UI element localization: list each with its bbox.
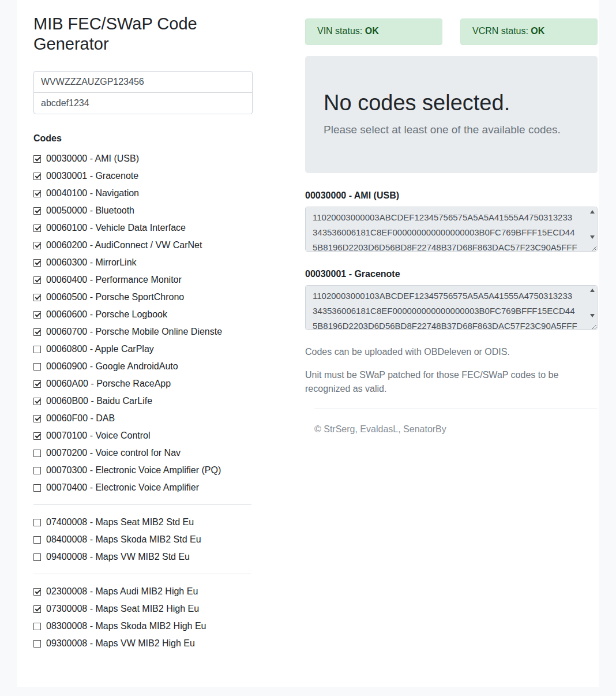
code-checkbox[interactable]: [33, 207, 41, 215]
code-checkbox[interactable]: [33, 328, 41, 336]
code-label: 07400008 - Maps Seat MIB2 Std Eu: [46, 515, 194, 529]
code-label: 00060F00 - DAB: [46, 411, 115, 425]
note-patch: Unit must be SWaP patched for those FEC/…: [305, 368, 570, 396]
code-label: 00070100 - Voice Control: [46, 429, 151, 443]
code-label: 00060500 - Porsche SportChrono: [46, 290, 184, 304]
code-checkbox-row[interactable]: 09400008 - Maps VW MIB2 Std Eu: [33, 550, 253, 564]
code-checkbox[interactable]: [33, 415, 41, 422]
code-checkbox[interactable]: [33, 588, 41, 596]
code-checkbox-row[interactable]: 07400008 - Maps Seat MIB2 Std Eu: [33, 515, 253, 529]
code-label: 09300008 - Maps VW MIB2 High Eu: [46, 637, 195, 650]
scroll-down-icon[interactable]: [590, 235, 595, 239]
vin-status-value: OK: [365, 26, 379, 36]
code-checkbox-row[interactable]: 00060100 - Vehicle Data Interface: [33, 221, 253, 235]
output-section-ami: 00030000 - AMI (USB) 11020003000003ABCDE…: [305, 190, 598, 252]
code-checkbox[interactable]: [33, 259, 41, 267]
code-label: 00060100 - Vehicle Data Interface: [46, 221, 186, 235]
left-column: MIB FEC/SWaP Code Generator Codes 000300…: [33, 14, 253, 654]
scroll-up-icon[interactable]: [590, 210, 595, 214]
code-checkbox-row[interactable]: 00070300 - Electronic Voice Amplifier (P…: [33, 463, 253, 477]
codes-group-divider: [33, 574, 251, 574]
output-heading-gracenote: 00030001 - Gracenote: [305, 269, 598, 279]
code-checkbox-row[interactable]: 09300008 - Maps VW MIB2 High Eu: [33, 637, 253, 650]
code-checkbox[interactable]: [33, 276, 41, 284]
code-label: 00060900 - Google AndroidAuto: [46, 360, 178, 373]
vehicle-inputs: [33, 71, 253, 114]
code-checkbox[interactable]: [33, 346, 41, 353]
code-label: 00060600 - Porsche Logbook: [46, 308, 167, 321]
output-code-textarea-gracenote[interactable]: 11020003000103ABCDEF12345756575A5A5A4155…: [305, 285, 598, 330]
code-checkbox-row[interactable]: 02300008 - Maps Audi MIB2 High Eu: [33, 585, 253, 598]
vcrn-status-label: VCRN status:: [472, 26, 531, 36]
code-checkbox-row[interactable]: 00070200 - Voice control for Nav: [33, 446, 253, 460]
code-checkbox-row[interactable]: 08400008 - Maps Skoda MIB2 Std Eu: [33, 533, 253, 547]
code-checkbox-row[interactable]: 00060400 - Performance Monitor: [33, 273, 253, 287]
code-checkbox-row[interactable]: 00060B00 - Baidu CarLife: [33, 394, 253, 408]
output-code-textarea-ami[interactable]: 11020003000003ABCDEF12345756575A5A5A4155…: [305, 207, 598, 252]
code-checkbox-row[interactable]: 07300008 - Maps Seat MIB2 High Eu: [33, 602, 253, 616]
code-checkbox[interactable]: [33, 311, 41, 319]
code-checkbox[interactable]: [33, 190, 41, 197]
vin-status-badge: VIN status: OK: [305, 18, 442, 45]
code-checkbox[interactable]: [33, 363, 41, 371]
code-checkbox-row[interactable]: 00060A00 - Porsche RaceApp: [33, 377, 253, 391]
code-checkbox[interactable]: [33, 467, 41, 474]
code-label: 00030000 - AMI (USB): [46, 152, 139, 166]
code-checkbox[interactable]: [33, 623, 41, 630]
code-checkbox-row[interactable]: 00060300 - MirrorLink: [33, 256, 253, 270]
code-checkbox-row[interactable]: 00060F00 - DAB: [33, 411, 253, 425]
code-checkbox-row[interactable]: 00060900 - Google AndroidAuto: [33, 360, 253, 373]
scroll-down-icon[interactable]: [590, 314, 595, 317]
code-checkbox[interactable]: [33, 450, 41, 457]
scroll-up-icon[interactable]: [590, 289, 595, 292]
code-label: 00040100 - Navigation: [46, 186, 139, 200]
vin-input[interactable]: [33, 71, 253, 93]
code-checkbox[interactable]: [33, 398, 41, 405]
code-checkbox-row[interactable]: 00030000 - AMI (USB): [33, 152, 253, 166]
code-checkbox[interactable]: [33, 224, 41, 232]
output-textarea-wrap: 11020003000003ABCDEF12345756575A5A5A4155…: [305, 207, 598, 252]
code-checkbox-row[interactable]: 00030001 - Gracenote: [33, 169, 253, 183]
code-label: 08300008 - Maps Skoda MIB2 High Eu: [46, 619, 206, 633]
vcrn-status-badge: VCRN status: OK: [460, 18, 598, 45]
code-checkbox-row[interactable]: 00060200 - AudiConnect / VW CarNet: [33, 238, 253, 252]
no-codes-subtitle: Please select at least one of the availa…: [324, 124, 579, 136]
code-checkbox[interactable]: [33, 519, 41, 526]
code-label: 00060800 - Apple CarPlay: [46, 342, 154, 356]
codes-checkbox-list: 00030000 - AMI (USB)00030001 - Gracenote…: [33, 152, 253, 650]
code-checkbox[interactable]: [33, 380, 41, 388]
code-checkbox-row[interactable]: 00070400 - Electronic Voice Amplifier: [33, 481, 253, 495]
status-row: VIN status: OK VCRN status: OK: [305, 18, 598, 45]
code-checkbox-row[interactable]: 00050000 - Bluetooth: [33, 204, 253, 218]
code-checkbox-row[interactable]: 00060700 - Porsche Mobile Online Dienste: [33, 325, 253, 339]
code-checkbox[interactable]: [33, 640, 41, 648]
code-checkbox-row[interactable]: 00060500 - Porsche SportChrono: [33, 290, 253, 304]
output-textarea-wrap: 11020003000103ABCDEF12345756575A5A5A4155…: [305, 285, 598, 330]
code-checkbox-row[interactable]: 08300008 - Maps Skoda MIB2 High Eu: [33, 619, 253, 633]
code-checkbox-row[interactable]: 00060600 - Porsche Logbook: [33, 308, 253, 321]
code-label: 00050000 - Bluetooth: [46, 204, 134, 218]
code-checkbox-row[interactable]: 00070100 - Voice Control: [33, 429, 253, 443]
main-container: MIB FEC/SWaP Code Generator Codes 000300…: [17, 0, 599, 687]
output-heading-ami: 00030000 - AMI (USB): [305, 190, 598, 201]
code-checkbox[interactable]: [33, 484, 41, 492]
code-checkbox[interactable]: [33, 173, 41, 180]
code-checkbox[interactable]: [33, 242, 41, 249]
vcrn-input[interactable]: [33, 92, 253, 114]
notes: Codes can be uploaded with OBDeleven or …: [305, 345, 598, 396]
copyright: © StrSerg, EvaldasL, SenatorBy: [314, 424, 598, 435]
codes-group-divider: [33, 504, 251, 505]
code-checkbox-row[interactable]: 00060800 - Apple CarPlay: [33, 342, 253, 356]
code-checkbox[interactable]: [33, 155, 41, 163]
code-label: 00060700 - Porsche Mobile Online Dienste: [46, 325, 222, 339]
code-checkbox[interactable]: [33, 536, 41, 544]
output-section-gracenote: 00030001 - Gracenote 11020003000103ABCDE…: [305, 269, 598, 330]
code-label: 00060300 - MirrorLink: [46, 256, 137, 270]
code-checkbox[interactable]: [33, 605, 41, 613]
code-checkbox[interactable]: [33, 432, 41, 440]
note-upload: Codes can be uploaded with OBDeleven or …: [305, 345, 570, 359]
code-checkbox-row[interactable]: 00040100 - Navigation: [33, 186, 253, 200]
code-checkbox[interactable]: [33, 553, 41, 561]
code-checkbox[interactable]: [33, 294, 41, 301]
code-label: 00060A00 - Porsche RaceApp: [46, 377, 171, 391]
